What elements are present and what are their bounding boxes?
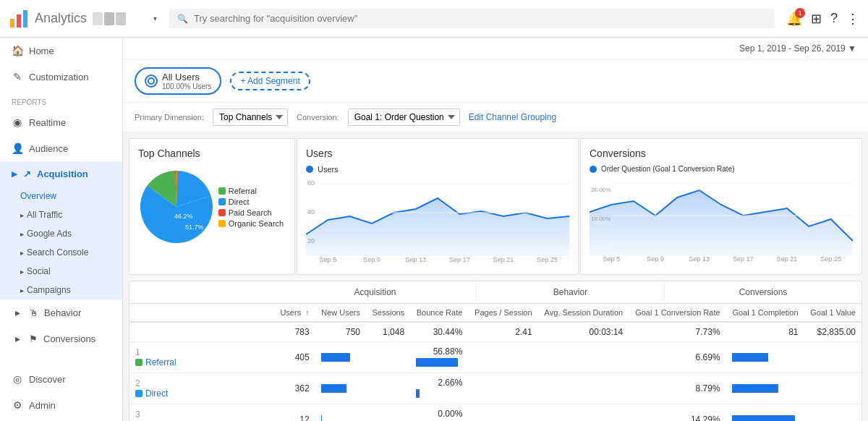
referral-link[interactable]: Referral <box>135 357 268 367</box>
sidebar-item-conversions[interactable]: ▸ ⚑ Conversions <box>0 326 122 352</box>
sidebar-item-overview[interactable]: Overview <box>0 187 122 205</box>
sidebar-item-all-traffic[interactable]: ▸ All Traffic <box>0 205 122 224</box>
users-val: 362 <box>274 373 315 404</box>
total-label <box>129 322 274 342</box>
users-line-svg: 60 40 20 Sep 5 Sep 9 Sep 13 Sep 17 Sep 2… <box>306 177 569 263</box>
header-actions: 🔔 1 ⊞ ? ⋮ <box>786 11 859 27</box>
conversions-legend: Order Question (Goal 1 Conversion Rate) <box>590 165 853 173</box>
conversions-title: Conversions <box>590 148 853 159</box>
segments-bar: All Users 100.00% Users + Add Segment <box>123 60 868 103</box>
segment-circle-icon <box>145 75 158 88</box>
account-selector[interactable]: ▾ <box>93 12 157 25</box>
new-users-bar-cell <box>315 342 366 373</box>
pages-val <box>468 342 537 373</box>
svg-rect-5 <box>116 12 126 25</box>
svg-rect-2 <box>23 10 27 27</box>
apps-icon[interactable]: ⊞ <box>811 11 822 27</box>
legend-direct: Direct <box>218 197 284 206</box>
svg-text:Sep 5: Sep 5 <box>319 256 336 263</box>
svg-text:Sep 5: Sep 5 <box>603 255 620 263</box>
edit-channel-grouping-link[interactable]: Edit Channel Grouping <box>469 112 556 122</box>
customization-icon: ✎ <box>12 71 23 82</box>
header: Analytics ▾ 🔍 🔔 1 ⊞ ? ⋮ <box>0 0 868 38</box>
sidebar-item-behavior[interactable]: ▸ 🖱 Behavior <box>0 299 122 326</box>
conv-rate-col-header[interactable]: Goal 1 Conversion Rate <box>629 304 726 322</box>
sessions-val <box>366 404 410 422</box>
channel-cell: 1 Referral <box>129 342 274 373</box>
completion-col-header[interactable]: Goal 1 Completion <box>726 304 804 322</box>
segment-label: All Users <box>162 72 211 82</box>
main-content: Sep 1, 2019 - Sep 26, 2019 ▼ All Users 1… <box>123 38 868 421</box>
sessions-col-header[interactable]: Sessions <box>366 304 410 322</box>
conv-rate-val: 6.69% <box>629 342 726 373</box>
new-users-col-header[interactable]: New Users <box>315 304 366 322</box>
conversions-group: Conversions <box>665 281 861 303</box>
completion-bar-cell <box>726 342 804 373</box>
referral-dot <box>135 359 142 366</box>
help-icon[interactable]: ? <box>830 11 838 26</box>
duration-val <box>538 342 629 373</box>
value-val <box>804 404 861 422</box>
navigation-icon: ↗ <box>23 169 31 179</box>
pages-session-col-header[interactable]: Pages / Session <box>468 304 537 322</box>
avg-duration-col-header[interactable]: Avg. Session Duration <box>538 304 629 322</box>
channel-cell: 3 Paid Search <box>129 404 274 422</box>
notifications-button[interactable]: 🔔 1 <box>786 11 802 27</box>
conversions-dot <box>590 166 597 173</box>
bounce-rate-col-header[interactable]: Bounce Rate <box>410 304 468 322</box>
charts-section: Top Channels <box>123 132 868 281</box>
search-bar[interactable]: 🔍 <box>169 9 775 28</box>
conversion-select[interactable]: Goal 1: Order Question <box>348 109 460 126</box>
sidebar-item-google-ads[interactable]: ▸ Google Ads <box>0 224 122 243</box>
sidebar-item-customization[interactable]: ✎ Customization <box>0 64 122 90</box>
svg-text:Sep 17: Sep 17 <box>733 255 754 263</box>
bounce-val: 0.00% <box>410 404 468 422</box>
top-channels-title: Top Channels <box>138 148 286 159</box>
value-col-header[interactable]: Goal 1 Value <box>804 304 861 322</box>
add-segment-label: + Add Segment <box>240 76 299 86</box>
total-row: 783 750 1,048 30.44% 2.41 00:03:14 7.73%… <box>129 322 861 342</box>
direct-link[interactable]: Direct <box>135 388 268 399</box>
main-layout: 🏠 Home ✎ Customization REPORTS ◉ Realtim… <box>0 38 868 421</box>
svg-text:Sep 25: Sep 25 <box>820 255 841 263</box>
all-users-segment[interactable]: All Users 100.00% Users <box>135 67 221 95</box>
sidebar-item-campaigns[interactable]: ▸ Campaigns <box>0 281 122 299</box>
more-icon[interactable]: ⋮ <box>846 11 859 27</box>
total-new-users: 750 <box>315 322 366 342</box>
primary-dim-select[interactable]: Top Channels <box>213 109 288 126</box>
sessions-val <box>366 342 410 373</box>
users-val: 405 <box>274 342 315 373</box>
sidebar-item-acquisition[interactable]: ▶ ↗ Acquisition <box>0 161 122 187</box>
date-range-display[interactable]: Sep 1, 2019 - Sep 26, 2019 ▼ <box>739 43 856 54</box>
users-legend: Users <box>306 165 569 174</box>
sidebar-item-realtime[interactable]: ◉ Realtime <box>0 109 122 135</box>
conversions-chart: Conversions Order Question (Goal 1 Conve… <box>580 138 862 275</box>
total-users: 783 <box>274 322 315 342</box>
acquisition-group: Acquisition <box>274 281 477 303</box>
new-users-bar <box>321 384 346 393</box>
account-thumbnail <box>93 12 150 25</box>
direct-color <box>218 198 226 205</box>
sidebar-item-admin[interactable]: ⚙ Admin <box>0 392 122 418</box>
users-col-header[interactable]: Users ↑ <box>274 304 315 322</box>
sidebar-item-audience[interactable]: 👤 Audience <box>0 135 122 161</box>
total-bounce: 30.44% <box>410 322 468 342</box>
acquisition-section: ▶ ↗ Acquisition Overview ▸ All Traffic ▸… <box>0 161 122 299</box>
users-val: 12 <box>274 404 315 422</box>
sidebar-item-discover[interactable]: ◎ Discover <box>0 366 122 392</box>
add-segment-button[interactable]: + Add Segment <box>230 72 310 90</box>
reports-section-label: REPORTS <box>0 90 122 109</box>
search-input[interactable] <box>194 13 766 24</box>
sidebar-item-search-console[interactable]: ▸ Search Console <box>0 243 122 262</box>
chevron-down-icon: ▾ <box>153 14 157 22</box>
conversions-icon: ▸ <box>12 333 23 344</box>
total-sessions: 1,048 <box>366 322 410 342</box>
table-row: 3 Paid Search 12 0.00% <box>129 404 861 422</box>
legend-paid-search: Paid Search <box>218 208 284 217</box>
sidebar-item-home[interactable]: 🏠 Home <box>0 38 122 64</box>
sidebar-item-social[interactable]: ▸ Social <box>0 262 122 281</box>
behavior-group: Behavior <box>477 281 665 303</box>
legend-organic-search: Organic Search <box>218 219 284 228</box>
svg-text:Sep 21: Sep 21 <box>493 256 514 263</box>
audience-icon: 👤 <box>12 143 23 154</box>
